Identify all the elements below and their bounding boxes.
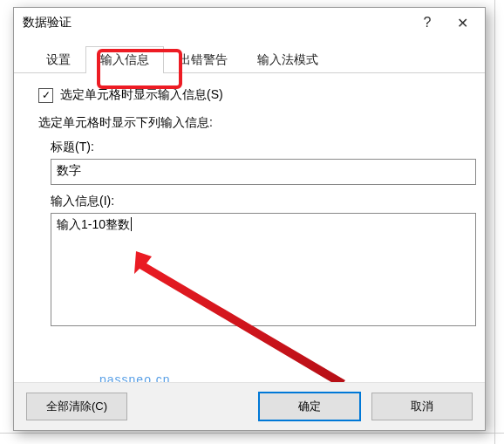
tab-error-alert[interactable]: 出错警告 bbox=[164, 46, 242, 73]
grid-edge bbox=[0, 433, 504, 444]
checkbox-icon[interactable]: ✓ bbox=[38, 88, 53, 103]
ok-button[interactable]: 确定 bbox=[258, 392, 361, 421]
cancel-button[interactable]: 取消 bbox=[371, 393, 473, 420]
tab-row: 设置 输入信息 出错警告 输入法模式 bbox=[14, 38, 485, 73]
tab-ime-mode[interactable]: 输入法模式 bbox=[242, 46, 333, 73]
section-heading: 选定单元格时显示下列输入信息: bbox=[38, 115, 466, 131]
title-input[interactable]: 数字 bbox=[51, 159, 476, 185]
checkbox-label: 选定单元格时显示输入信息(S) bbox=[60, 87, 223, 103]
dialog-button-row: 全部清除(C) 确定 取消 bbox=[14, 382, 485, 430]
dialog-content: ✓ 选定单元格时显示输入信息(S) 选定单元格时显示下列输入信息: 标题(T):… bbox=[14, 73, 485, 338]
dialog-title: 数据验证 bbox=[23, 15, 410, 31]
tab-settings[interactable]: 设置 bbox=[31, 46, 85, 73]
tab-input-message[interactable]: 输入信息 bbox=[85, 46, 164, 73]
message-value: 输入1-10整数 bbox=[57, 217, 130, 231]
show-input-message-checkbox-row[interactable]: ✓ 选定单元格时显示输入信息(S) bbox=[38, 87, 466, 103]
title-field-label: 标题(T): bbox=[51, 140, 466, 155]
clear-all-button[interactable]: 全部清除(C) bbox=[26, 393, 127, 420]
message-textarea[interactable]: 输入1-10整数 bbox=[51, 213, 476, 326]
close-button[interactable]: ✕ bbox=[445, 10, 480, 35]
help-button[interactable]: ? bbox=[410, 10, 445, 35]
text-caret bbox=[131, 217, 132, 231]
message-field-label: 输入信息(I): bbox=[51, 194, 466, 209]
dialog-titlebar: 数据验证 ? ✕ bbox=[14, 8, 485, 38]
data-validation-dialog: 数据验证 ? ✕ 设置 输入信息 出错警告 输入法模式 ✓ 选定单元格时显示输入… bbox=[13, 7, 486, 431]
grid-edge bbox=[494, 0, 504, 444]
